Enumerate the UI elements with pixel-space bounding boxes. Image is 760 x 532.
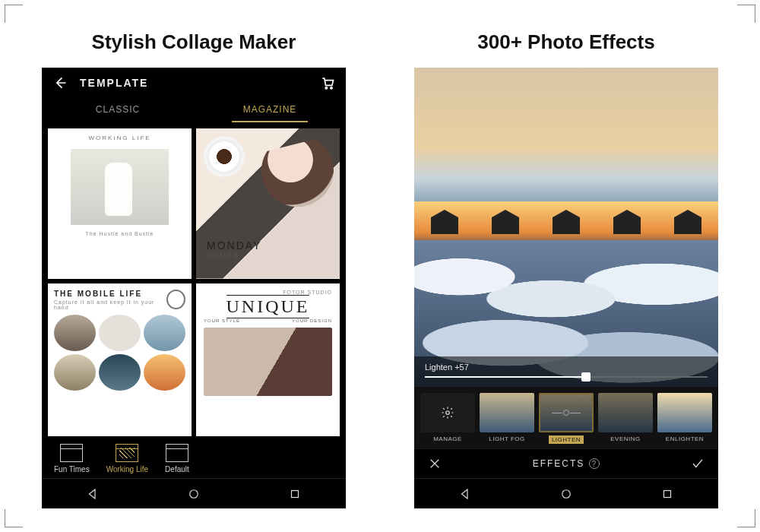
apply-icon[interactable] xyxy=(691,457,705,470)
template-title: UNIQUE xyxy=(226,295,310,318)
nav-recent-icon[interactable] xyxy=(288,487,302,501)
theme-label: Default xyxy=(165,465,189,473)
template-subtitle: Capture it all and keep it in your hand xyxy=(54,299,166,310)
template-tag: WORKING LIFE xyxy=(88,135,150,141)
nav-back-icon[interactable] xyxy=(86,487,100,501)
screen-title: TEMPLATE xyxy=(80,77,308,89)
nav-home-icon[interactable] xyxy=(559,487,573,501)
theme-icon xyxy=(166,444,188,462)
panel-collage: Stylish Collage Maker TEMPLATE CLASSIC M… xyxy=(23,15,365,517)
template-subtitle: COMES xyxy=(207,252,261,259)
tab-classic[interactable]: CLASSIC xyxy=(42,98,194,122)
cart-icon[interactable] xyxy=(320,75,335,90)
panel-title-right: 300+ Photo Effects xyxy=(477,30,654,54)
effect-evening[interactable]: EVENING xyxy=(598,393,653,444)
theme-bar: Fun Times Working Life Default xyxy=(42,436,346,478)
effect-lighten[interactable]: LIGHTEN xyxy=(539,393,594,444)
footer-label: EFFECTS xyxy=(533,458,585,469)
slider-track[interactable] xyxy=(425,376,708,378)
collage-header: TEMPLATE xyxy=(42,68,346,98)
template-thumb xyxy=(204,328,332,396)
svg-rect-3 xyxy=(292,490,299,497)
panel-title-left: Stylish Collage Maker xyxy=(92,30,296,54)
template-monday[interactable]: MONDAY COMES xyxy=(196,128,340,279)
template-brand: FOTOR STUDIO xyxy=(283,290,332,295)
effect-slider[interactable]: Lighten +57 xyxy=(414,356,718,387)
tab-magazine[interactable]: MAGAZINE xyxy=(194,98,346,122)
theme-label: Working Life xyxy=(106,465,148,473)
nav-home-icon[interactable] xyxy=(187,487,201,501)
svg-point-2 xyxy=(190,489,198,498)
back-icon[interactable] xyxy=(52,75,68,90)
help-icon[interactable]: ? xyxy=(589,458,600,469)
template-sub-left: YOUR STYLE xyxy=(204,318,240,323)
nav-recent-icon[interactable] xyxy=(660,487,674,501)
template-thumb xyxy=(54,315,185,391)
effect-thumb xyxy=(657,393,712,432)
panel-effects: 300+ Photo Effects Lighten +57 xyxy=(395,15,737,517)
effect-thumb xyxy=(598,393,653,432)
theme-fun-times[interactable]: Fun Times xyxy=(54,444,90,473)
effect-thumb xyxy=(539,393,594,432)
frame-corner xyxy=(5,5,23,23)
ring-icon xyxy=(166,290,185,309)
theme-icon xyxy=(60,444,83,462)
effect-enlighten[interactable]: ENLIGHTEN xyxy=(657,393,712,444)
template-mobile-life[interactable]: THE MOBILE LIFE Capture it all and keep … xyxy=(48,283,192,437)
theme-default[interactable]: Default xyxy=(165,444,189,473)
template-unique[interactable]: FOTOR STUDIO UNIQUE YOUR STYLEYOUR DESIG… xyxy=(196,283,340,437)
effects-footer: EFFECTS ? xyxy=(414,448,718,478)
effect-manage[interactable]: MANAGE xyxy=(420,393,475,444)
preview-image[interactable]: Lighten +57 xyxy=(414,68,718,387)
android-nav xyxy=(42,478,346,508)
phone-collage: TEMPLATE CLASSIC MAGAZINE WORKING LIFE T… xyxy=(42,68,346,508)
template-working-life[interactable]: WORKING LIFE The Hustle and Bustle xyxy=(48,128,192,279)
effect-light-fog[interactable]: LIGHT FOG xyxy=(480,393,534,444)
template-title: MONDAY xyxy=(207,239,261,252)
preview-skyline xyxy=(414,211,718,234)
template-sub-right: YOUR DESIGN xyxy=(292,318,332,323)
svg-point-5 xyxy=(562,489,571,498)
theme-label: Fun Times xyxy=(54,465,90,473)
svg-point-4 xyxy=(446,411,450,415)
phone-effects: Lighten +57 MANAGE LIGHT FOG xyxy=(414,68,718,508)
theme-working-life[interactable]: Working Life xyxy=(106,444,148,473)
android-nav xyxy=(414,478,718,508)
template-thumb xyxy=(71,149,169,225)
frame-corner xyxy=(737,5,755,23)
coffee-icon xyxy=(204,136,245,177)
svg-rect-6 xyxy=(664,490,671,497)
frame-corner xyxy=(5,509,23,527)
nav-back-icon[interactable] xyxy=(458,487,472,501)
theme-icon xyxy=(116,444,138,462)
effect-label: MANAGE xyxy=(433,435,462,442)
template-tabs: CLASSIC MAGAZINE xyxy=(42,98,346,122)
slider-fill xyxy=(425,376,586,378)
close-icon[interactable] xyxy=(428,457,442,470)
template-grid[interactable]: WORKING LIFE The Hustle and Bustle MONDA… xyxy=(42,122,346,436)
slider-thumb[interactable] xyxy=(581,372,591,382)
gear-icon xyxy=(441,406,454,420)
svg-point-1 xyxy=(331,87,332,89)
frame-corner xyxy=(737,509,755,527)
effect-label: ENLIGHTEN xyxy=(666,435,704,442)
svg-point-0 xyxy=(325,87,327,89)
effect-label: LIGHTEN xyxy=(549,435,584,444)
effect-label: EVENING xyxy=(610,435,641,442)
slider-label: Lighten +57 xyxy=(425,363,708,372)
effect-label: LIGHT FOG xyxy=(489,435,524,442)
template-title: THE MOBILE LIFE xyxy=(54,290,166,298)
effect-thumb xyxy=(480,393,534,432)
effect-thumbnails: MANAGE LIGHT FOG LIGHTEN EVENING ENLIGHT… xyxy=(414,387,718,448)
template-caption: The Hustle and Bustle xyxy=(86,231,154,236)
